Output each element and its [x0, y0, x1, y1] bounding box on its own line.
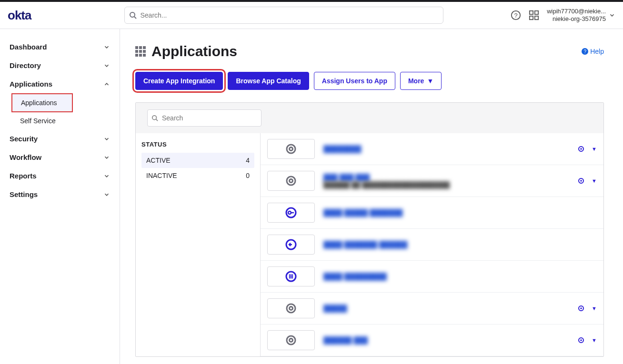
- main-content: Applications ? Help Create App Integrati…: [120, 29, 615, 364]
- key-icon: [285, 207, 297, 219]
- app-name[interactable]: ████ █████████: [323, 273, 588, 280]
- settings-icon[interactable]: [577, 145, 585, 153]
- status-filter-inactive[interactable]: INACTIVE0: [141, 168, 254, 183]
- chevron-down-icon: [103, 44, 110, 50]
- global-search-input[interactable]: [124, 7, 443, 24]
- create-app-integration-button[interactable]: Create App Integration: [135, 72, 223, 90]
- apps-grid-icon[interactable]: [529, 10, 539, 20]
- assign-users-to-app-button[interactable]: Assign Users to App: [314, 72, 395, 90]
- app-row[interactable]: ████████ ▼: [261, 133, 603, 165]
- gear-icon: [285, 175, 297, 187]
- apps-search-input[interactable]: [147, 109, 261, 127]
- app-thumbnail: [267, 330, 315, 350]
- more-button[interactable]: More ▼: [400, 72, 442, 90]
- app-thumbnail: [267, 235, 315, 255]
- org-name: niekie-org-3576975: [547, 15, 606, 23]
- caret-down-icon[interactable]: ▼: [592, 146, 597, 152]
- settings-icon[interactable]: [577, 305, 585, 312]
- grid-icon: [285, 270, 297, 283]
- help-badge-icon: ?: [582, 48, 588, 55]
- settings-icon[interactable]: [577, 177, 585, 185]
- app-row[interactable]: ████ █████████: [261, 261, 603, 293]
- topbar: okta wipih77700@niekie... niekie-org-357…: [0, 2, 623, 29]
- settings-icon[interactable]: [577, 336, 585, 344]
- sidebar: DashboardDirectoryApplicationsApplicatio…: [0, 29, 120, 364]
- sidebar-item-dashboard[interactable]: Dashboard: [0, 38, 120, 56]
- sidebar-subitem-self-service[interactable]: Self Service: [11, 112, 120, 129]
- arrow-icon: [285, 238, 297, 251]
- app-name[interactable]: ████ ███████ ██████: [323, 241, 588, 248]
- gear-icon: [285, 334, 297, 346]
- sidebar-item-security[interactable]: Security: [0, 129, 120, 148]
- sidebar-subitem-applications[interactable]: Applications: [11, 93, 73, 112]
- app-row[interactable]: ████ █████ ███████: [261, 197, 603, 229]
- app-thumbnail: [267, 171, 315, 191]
- app-row[interactable]: █████ ▼: [261, 293, 603, 325]
- user-menu[interactable]: wipih77700@niekie... niekie-org-3576975: [547, 8, 615, 23]
- app-row[interactable]: ███ ███ ███ ██████ ██ ██████████████████…: [261, 165, 603, 197]
- sidebar-item-applications[interactable]: Applications: [0, 75, 120, 93]
- chevron-down-icon: [103, 154, 110, 161]
- app-thumbnail: [267, 298, 315, 318]
- app-name[interactable]: ██████ ███: [323, 336, 569, 344]
- caret-down-icon[interactable]: ▼: [592, 305, 597, 311]
- app-row[interactable]: ████ ███████ ██████: [261, 229, 603, 261]
- caret-down-icon[interactable]: ▼: [592, 178, 597, 184]
- chevron-down-icon: [103, 191, 110, 198]
- app-thumbnail: [267, 203, 315, 223]
- app-name[interactable]: ████████: [323, 145, 569, 153]
- sidebar-item-settings[interactable]: Settings: [0, 185, 120, 204]
- apps-panel: STATUS ACTIVE4INACTIVE0 ████████ ▼ ███ █…: [135, 102, 604, 357]
- status-heading: STATUS: [141, 141, 254, 148]
- chevron-up-icon: [103, 81, 110, 88]
- status-filter-active[interactable]: ACTIVE4: [141, 153, 254, 168]
- app-thumbnail: [267, 266, 315, 286]
- app-thumbnail: [267, 139, 315, 159]
- gear-icon: [285, 302, 297, 315]
- help-link[interactable]: ? Help: [582, 48, 604, 55]
- app-name[interactable]: ████ █████ ███████: [323, 209, 588, 216]
- sidebar-item-reports[interactable]: Reports: [0, 167, 120, 185]
- caret-down-icon: ▼: [427, 77, 433, 85]
- brand-logo[interactable]: okta: [8, 8, 31, 23]
- chevron-down-icon: [609, 12, 615, 19]
- search-icon: [151, 115, 158, 121]
- gear-icon: [285, 143, 297, 155]
- chevron-down-icon: [103, 136, 110, 142]
- applications-grid-icon: [135, 46, 146, 57]
- page-title: Applications: [151, 43, 237, 59]
- app-name[interactable]: ███ ███ ███: [323, 174, 569, 181]
- caret-down-icon[interactable]: ▼: [592, 337, 597, 343]
- app-subtext: ██████ ██ ████████████████████: [323, 181, 569, 188]
- sidebar-item-workflow[interactable]: Workflow: [0, 148, 120, 167]
- chevron-down-icon: [103, 173, 110, 179]
- app-name[interactable]: █████: [323, 305, 569, 312]
- help-icon[interactable]: [511, 10, 521, 20]
- sidebar-item-directory[interactable]: Directory: [0, 56, 120, 75]
- chevron-down-icon: [103, 62, 110, 69]
- user-email: wipih77700@niekie...: [547, 8, 606, 15]
- app-row[interactable]: ██████ ███ ▼: [261, 325, 603, 356]
- search-icon: [129, 11, 137, 19]
- browse-app-catalog-button[interactable]: Browse App Catalog: [228, 72, 309, 90]
